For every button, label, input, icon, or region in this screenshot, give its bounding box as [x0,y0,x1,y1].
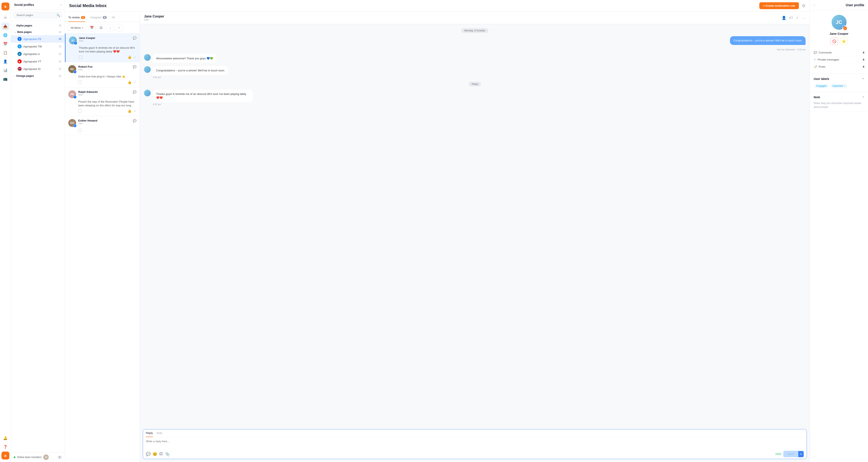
emoji-icon[interactable]: 😊 [153,452,157,456]
stat-comments-value: 4 [863,51,864,54]
sidebar-item-count: 12 [59,37,61,40]
user-labels-title: User labels [814,77,829,81]
reply-textarea[interactable] [146,440,804,446]
rail-icon-stats[interactable]: 📊 [1,66,9,74]
recv-avatar-3 [144,90,151,96]
sidebar-search-section: 🔍 [11,10,65,21]
card-checkbox[interactable] [78,129,82,132]
nav-group-alpha-header[interactable]: › Alpha pages 12 [11,22,65,29]
page-title: Social Media Inbox [69,3,106,8]
card-body-text: Gotta love that plug-in ! Always vibe 🤙 [68,75,136,79]
inbox-card-ralph-edwards[interactable]: RE f Ralph Edwards 10m 💬 Preach the [65,87,140,116]
nav-group-omega-header[interactable]: › Omega pages 12 [11,73,65,79]
check-circle-icon[interactable]: ✓ [796,16,799,20]
filter-label: All items [70,26,81,29]
add-note-icon[interactable]: + [862,95,864,99]
inbox-split: To review 6 Assigned 6 All All items ▾ [65,12,810,462]
recv-avatar-2 [144,66,151,73]
tab-note[interactable]: Note [157,429,162,437]
search-input[interactable] [14,12,62,18]
attachment-icon[interactable]: 📎 [165,452,169,456]
stat-private-messages-label: Private messages [818,58,839,61]
sidebar-item-agorapulse-fb[interactable]: f Agorapulse FB 12 [11,35,65,43]
message-recv-3: Thanks guys! It reminds me of an obscure… [153,90,253,102]
remove-label-icon[interactable]: × [844,85,845,87]
tab-assigned[interactable]: Assigned 6 [90,16,107,22]
date-chip-monday: Monday, 8 October [461,28,488,33]
rail-icon-help[interactable]: ❓ [1,443,9,451]
nav-group-omega-label: Omega pages [16,74,34,78]
profile-action-buttons: 🚫 ⭐ [831,37,847,45]
send-button[interactable]: Send [783,451,798,457]
sidebar-item-agorapulse-ig[interactable]: 📷 Agorapulse IG 12 [11,65,65,73]
like-icon[interactable]: 👍 [127,109,131,113]
add-label-icon[interactable]: + [862,76,864,81]
tag-icon[interactable]: 🏷 [789,16,793,20]
block-user-button[interactable]: 🚫 [831,37,838,45]
tab-reply[interactable]: Reply [146,429,153,437]
nav-group-alpha: › Alpha pages 12 [11,22,65,29]
rail-icon-reports[interactable]: 📋 [1,49,9,57]
all-items-filter[interactable]: All items ▾ [68,25,86,31]
tab-all[interactable]: All [112,16,115,22]
nav-group-alpha-count: 12 [59,24,61,27]
tab-to-review-label: To review [68,16,80,19]
note-placeholder: Notes help you remember important detail… [814,101,864,109]
back-icon[interactable]: ‹ [814,3,815,7]
star-user-button[interactable]: ⭐ [840,37,847,45]
profile-avatar-section: JC f ● Jane Cooper 🚫 ⭐ [810,10,868,49]
conversation-messages: Monday, 8 October Congratulations – you'… [140,24,810,426]
filter-calendar-btn[interactable]: 📅 [88,24,95,31]
rail-icon-compose[interactable]: ✉ [1,14,9,22]
like-icon[interactable]: 👍 [127,55,131,59]
like-icon[interactable]: 👍 [127,80,131,84]
platform-badge-fb: f [73,95,76,99]
online-indicator [14,456,16,458]
sidebar-item-agorapulse-li[interactable]: in Agorapulse LI 12 [11,50,65,58]
inbox-card-jane-cooper[interactable]: JC f Jane Cooper 10m 💬 Thanks guys! [65,33,140,62]
user-profile-title: User profile [846,3,864,7]
rail-icon-bell[interactable]: 🔔 [1,434,9,442]
top-bar: Social Media Inbox + Create moderation r… [65,0,810,12]
rail-icon-video[interactable]: 📺 [1,75,9,83]
search-icon: 🔍 [57,13,60,17]
bottom-brand-logo: a [1,452,9,460]
tab-to-review[interactable]: To review 6 [68,16,85,22]
stat-posts-label: Posts [819,65,826,68]
message-sent-1: Congratulations – you're a winner! We'll… [730,36,806,45]
card-checkbox[interactable] [79,56,82,59]
tab-to-review-badge: 6 [81,16,85,19]
message-recv-2-time: 4:32 pm [153,76,228,79]
card-checkbox[interactable] [78,109,82,113]
done-icon[interactable]: ✓ [134,80,136,84]
image-tool-icon[interactable]: 🖼 [159,452,163,456]
platform-icon-tw: t [18,44,22,49]
profile-icon[interactable]: 👤 [782,16,786,20]
sidebar-item-agorapulse-tw[interactable]: t Agorapulse TW 12 [11,43,65,50]
inbox-card-esther-howard[interactable]: EH f Esther Howard 10m 💬 [65,116,140,135]
sidebar-collapse-btn[interactable]: › [60,3,61,7]
filter-media-btn[interactable]: 🖼 [97,24,104,31]
card-name-time: Jane Cooper 10m [77,36,133,42]
filter-check-btn[interactable]: ✓ [116,24,123,31]
rail-icon-global[interactable]: 🌐 [1,31,9,39]
sidebar-header: Social profiles › [11,0,65,10]
sidebar: Social profiles › 🔍 › Alpha pages 12 ⌄ [11,0,65,462]
message-tool-icon[interactable]: 💬 [146,452,151,456]
more-options-icon[interactable]: ⋯ [802,16,806,20]
done-icon[interactable]: ✓ [134,109,136,113]
rail-icon-calendar[interactable]: 📅 [1,40,9,48]
settings-icon[interactable]: ⚙ [802,3,806,8]
sidebar-item-agorapulse-yt[interactable]: ▶ Agorapulse YT 12 [11,58,65,65]
create-moderation-rule-button[interactable]: + Create moderation rule [760,2,799,9]
rail-icon-inbox[interactable]: 📥 [1,23,9,30]
conversation-contact-name: Jane Cooper [144,14,164,18]
inbox-card-robert-fox[interactable]: RF f Robert Fox 10m 💬 Gotta love th [65,62,140,87]
card-checkbox[interactable] [78,81,82,84]
nav-group-beta-header[interactable]: ⌄ Beta pages 12 [11,29,65,35]
send-dropdown-button[interactable]: ▾ [798,451,804,457]
done-icon[interactable]: ✓ [134,55,136,59]
rail-icon-users[interactable]: 👤 [1,57,9,65]
sidebar-item-label: Agorapulse YT [23,60,41,63]
filter-sort-btn[interactable]: ↕ [106,24,114,31]
